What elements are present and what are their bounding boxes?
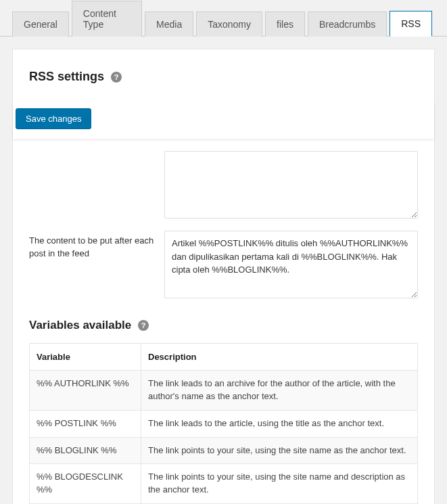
variable-desc: The link leads to an archive for the aut… [141, 371, 418, 411]
before-label [29, 151, 164, 155]
tab-breadcrumbs[interactable]: Breadcrumbs [308, 12, 387, 37]
variable-desc: The link points to your site, using the … [141, 464, 418, 504]
variable-desc: The link leads to the article, using the… [141, 410, 418, 437]
variables-table: Variable Description %% AUTHORLINK %%The… [29, 343, 418, 504]
variable-name: %% BLOGDESCLINK %% [30, 464, 141, 504]
table-row: %% BLOGDESCLINK %%The link points to you… [30, 464, 418, 504]
tab-rss[interactable]: RSS [390, 11, 432, 37]
variable-name: %% POSTLINK %% [30, 410, 141, 437]
section-title: RSS settings [29, 70, 104, 84]
help-icon[interactable]: ? [111, 72, 122, 83]
variables-title-row: Variables available ? [29, 319, 418, 332]
table-row: %% AUTHORLINK %%The link leads to an arc… [30, 371, 418, 411]
variable-desc: The link points to your site, using the … [141, 437, 418, 464]
table-row: %% POSTLINK %%The link leads to the arti… [30, 410, 418, 437]
variables-title: Variables available [29, 319, 131, 332]
tab-general[interactable]: General [12, 12, 69, 37]
rss-settings-card: RSS settings ? Save changes The content … [12, 49, 435, 504]
before-textarea[interactable] [164, 151, 418, 219]
tab-content-type[interactable]: Content Type [72, 1, 142, 37]
before-row [29, 151, 418, 219]
tabs: GeneralContent TypeMediaTaxonomyfilesBre… [0, 0, 447, 37]
th-description: Description [141, 344, 418, 371]
sticky-save-bar: Save changes [13, 103, 434, 139]
variable-name: %% BLOGLINK %% [30, 437, 141, 464]
th-variable: Variable [30, 344, 141, 371]
tab-files[interactable]: files [265, 12, 305, 37]
tab-taxonomy[interactable]: Taxonomy [196, 12, 262, 37]
tab-media[interactable]: Media [145, 12, 193, 37]
after-row: The content to be put after each post in… [29, 231, 418, 298]
variable-name: %% AUTHORLINK %% [30, 371, 141, 411]
section-title-row: RSS settings ? [29, 70, 418, 84]
help-icon[interactable]: ? [138, 320, 149, 331]
save-button-top[interactable]: Save changes [16, 108, 91, 129]
table-row: %% BLOGLINK %%The link points to your si… [30, 437, 418, 464]
after-label: The content to be put after each post in… [29, 231, 164, 260]
after-textarea[interactable] [164, 231, 418, 298]
